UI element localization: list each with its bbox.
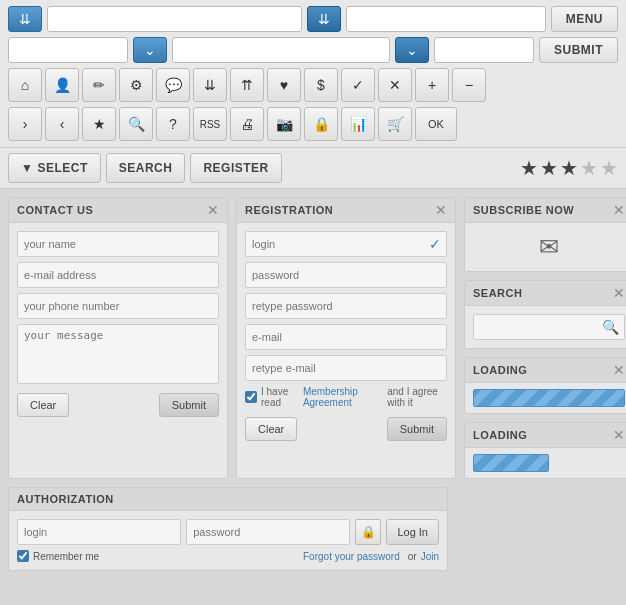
- print-icon[interactable]: 🖨: [230, 107, 264, 141]
- register-button[interactable]: REGISTER: [190, 153, 281, 183]
- toolbar-input-5[interactable]: [434, 37, 534, 63]
- home-icon[interactable]: ⌂: [8, 68, 42, 102]
- star-1[interactable]: ★: [520, 156, 538, 180]
- chevron-down-icon-blue[interactable]: ⌄: [133, 37, 167, 63]
- x-icon[interactable]: ✕: [378, 68, 412, 102]
- check-mark-icon: ✓: [429, 236, 441, 252]
- join-link[interactable]: Join: [421, 551, 439, 562]
- minus-icon[interactable]: −: [452, 68, 486, 102]
- reg-login-input[interactable]: [245, 231, 447, 257]
- contact-clear-button[interactable]: Clear: [17, 393, 69, 417]
- log-in-button[interactable]: Log In: [386, 519, 439, 545]
- contact-name-input[interactable]: [17, 231, 219, 257]
- cart-icon[interactable]: 🛒: [378, 107, 412, 141]
- star-icon[interactable]: ★: [82, 107, 116, 141]
- remember-me-label: Remember me: [17, 550, 99, 562]
- chevron-double-down-icon-2[interactable]: ⇊: [307, 6, 341, 32]
- select-arrow-icon: ▼: [21, 161, 33, 175]
- search-panel-header: SEARCH ✕: [465, 281, 626, 306]
- chevron-up2-icon[interactable]: ⇈: [230, 68, 264, 102]
- loading-panel-1-header: LOADING ✕: [465, 358, 626, 383]
- toolbar-input-3[interactable]: [8, 37, 128, 63]
- search-title: SEARCH: [473, 287, 522, 299]
- remember-me-checkbox[interactable]: [17, 550, 29, 562]
- loading-2-title: LOADING: [473, 429, 527, 441]
- auth-login-input[interactable]: [17, 519, 181, 545]
- registration-close-button[interactable]: ✕: [435, 203, 447, 217]
- reg-submit-button[interactable]: Submit: [387, 417, 447, 441]
- loading-1-close-button[interactable]: ✕: [613, 363, 625, 377]
- toolbar-row-1: ⇊ ⇊ MENU: [8, 6, 618, 32]
- reg-password-input[interactable]: [245, 262, 447, 288]
- login-input-row: ✓: [245, 231, 447, 257]
- subscribe-close-button[interactable]: ✕: [613, 203, 625, 217]
- check-icon[interactable]: ✓: [341, 68, 375, 102]
- chevron-double-down-icon-1[interactable]: ⇊: [8, 6, 42, 32]
- gear-icon[interactable]: ⚙: [119, 68, 153, 102]
- auth-password-input[interactable]: [186, 519, 350, 545]
- question-icon[interactable]: ?: [156, 107, 190, 141]
- submit-button[interactable]: SUBMIT: [539, 37, 618, 63]
- lock-icon[interactable]: 🔒: [304, 107, 338, 141]
- chevron-down-icon-blue2[interactable]: ⌄: [395, 37, 429, 63]
- rss-icon[interactable]: RSS: [193, 107, 227, 141]
- contact-message-input[interactable]: [17, 324, 219, 384]
- toolbar-input-2[interactable]: [346, 6, 546, 32]
- camera-icon[interactable]: 📷: [267, 107, 301, 141]
- chevron-right-icon[interactable]: ›: [8, 107, 42, 141]
- icon-row-1: ⌂ 👤 ✏ ⚙ 💬 ⇊ ⇈ ♥ $ ✓ ✕ + −: [8, 68, 618, 102]
- star-5[interactable]: ★: [600, 156, 618, 180]
- heart-icon[interactable]: ♥: [267, 68, 301, 102]
- user-icon[interactable]: 👤: [45, 68, 79, 102]
- search-input-row: 🔍: [473, 314, 625, 340]
- auth-body: 🔒 Log In Remember me Forgot your passwor…: [9, 511, 447, 570]
- loading-bar-container-1: [465, 383, 626, 413]
- forgot-password-link[interactable]: Forgot your password: [303, 551, 400, 562]
- chevron-down2-icon[interactable]: ⇊: [193, 68, 227, 102]
- contact-phone-input[interactable]: [17, 293, 219, 319]
- toolbar-row-2: ⌄ ⌄ SUBMIT: [8, 37, 618, 63]
- ok-icon[interactable]: OK: [415, 107, 457, 141]
- search-icon[interactable]: 🔍: [119, 107, 153, 141]
- dollar-icon[interactable]: $: [304, 68, 338, 102]
- search-panel: SEARCH ✕ 🔍: [464, 280, 626, 349]
- menu-button[interactable]: MENU: [551, 6, 618, 32]
- chat-icon[interactable]: 💬: [156, 68, 190, 102]
- auth-inputs-row: 🔒 Log In: [17, 519, 439, 545]
- star-4[interactable]: ★: [580, 156, 598, 180]
- toolbar-input-4[interactable]: [172, 37, 390, 63]
- agreement-suffix: and I agree with it: [387, 386, 447, 408]
- reg-retype-password-input[interactable]: [245, 293, 447, 319]
- toolbar-input-1[interactable]: [47, 6, 302, 32]
- star-3[interactable]: ★: [560, 156, 578, 180]
- registration-btn-row: Clear Submit: [245, 417, 447, 441]
- contact-submit-button[interactable]: Submit: [159, 393, 219, 417]
- select-button[interactable]: ▼ SELECT: [8, 153, 101, 183]
- agreement-row: I have read Membership Agreement and I a…: [245, 386, 447, 408]
- loading-bar-half: [473, 454, 549, 472]
- agreement-text: I have read: [261, 386, 299, 408]
- bottom-spacer: [456, 487, 626, 497]
- pencil-icon[interactable]: ✏: [82, 68, 116, 102]
- registration-panel-header: REGISTRATION ✕: [237, 198, 455, 223]
- star-2[interactable]: ★: [540, 156, 558, 180]
- plus-icon[interactable]: +: [415, 68, 449, 102]
- reg-email-input[interactable]: [245, 324, 447, 350]
- agreement-checkbox[interactable]: [245, 391, 257, 403]
- chevron-left-icon[interactable]: ‹: [45, 107, 79, 141]
- loading-1-title: LOADING: [473, 364, 527, 376]
- auth-header: AUTHORIZATION: [9, 488, 447, 511]
- star-rating[interactable]: ★ ★ ★ ★ ★: [520, 156, 618, 180]
- icon-row-2: › ‹ ★ 🔍 ? RSS 🖨 📷 🔒 📊 🛒 OK: [8, 107, 618, 141]
- loading-2-close-button[interactable]: ✕: [613, 428, 625, 442]
- search-button[interactable]: SEARCH: [106, 153, 186, 183]
- reg-clear-button[interactable]: Clear: [245, 417, 297, 441]
- chart-icon[interactable]: 📊: [341, 107, 375, 141]
- search-close-button[interactable]: ✕: [613, 286, 625, 300]
- agreement-link[interactable]: Membership Agreement: [303, 386, 383, 408]
- registration-panel: REGISTRATION ✕ ✓ I have read Membership …: [236, 197, 456, 479]
- auth-panel: AUTHORIZATION 🔒 Log In Remember me Forgo…: [8, 487, 448, 571]
- reg-retype-email-input[interactable]: [245, 355, 447, 381]
- contact-email-input[interactable]: [17, 262, 219, 288]
- contact-close-button[interactable]: ✕: [207, 203, 219, 217]
